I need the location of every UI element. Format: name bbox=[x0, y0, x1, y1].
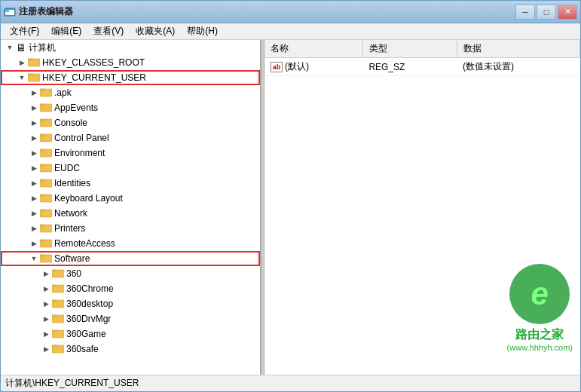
maximize-button[interactable]: □ bbox=[537, 5, 556, 20]
watermark-site-name: 路由之家 bbox=[507, 327, 573, 343]
svg-rect-10 bbox=[40, 104, 44, 106]
tree-item-hkcu[interactable]: ▼ HKEY_CURRENT_USER bbox=[1, 70, 260, 85]
expand-icon-appevents: ▶ bbox=[28, 100, 40, 115]
tree-item-environment[interactable]: ▶ Environment bbox=[1, 145, 260, 161]
minimize-button[interactable]: ─ bbox=[515, 5, 535, 20]
tree-label-apk: .apk bbox=[54, 87, 72, 98]
expand-icon-eudc: ▶ bbox=[28, 161, 40, 176]
folder-icon-environment bbox=[40, 147, 52, 159]
menu-file[interactable]: 文件(F) bbox=[4, 23, 45, 39]
folder-icon-console bbox=[40, 117, 52, 129]
tree-item-hkcr[interactable]: ▶ HKEY_CLASSES_ROOT bbox=[1, 55, 260, 70]
tree-label-environment: Environment bbox=[54, 148, 105, 158]
tree-item-keyboardlayout[interactable]: ▶ Keyboard Layout bbox=[1, 191, 260, 206]
tree-item-appevents[interactable]: ▶ AppEvents bbox=[1, 100, 260, 115]
tree-item-software[interactable]: ▼ Software bbox=[1, 251, 260, 266]
expand-icon-software: ▼ bbox=[28, 251, 40, 266]
folder-icon-360drvmgr bbox=[52, 313, 64, 325]
tree-item-apk[interactable]: ▶ .apk bbox=[1, 85, 260, 100]
folder-icon-printers bbox=[40, 222, 52, 234]
menu-view[interactable]: 查看(V) bbox=[87, 23, 130, 39]
table-row[interactable]: ab (默认) REG_SZ (数值未设置) bbox=[265, 58, 580, 76]
menu-edit[interactable]: 编辑(E) bbox=[45, 23, 87, 39]
folder-icon-eudc bbox=[40, 162, 52, 174]
tree-item-eudc[interactable]: ▶ EUDC bbox=[1, 161, 260, 176]
tree-pane[interactable]: ▼ 🖥 计算机 ▶ HKEY_CLASSES_ROOT ▼ HKEY_CURRE… bbox=[1, 40, 261, 375]
expand-icon-console: ▶ bbox=[28, 115, 40, 130]
column-type: 类型 bbox=[362, 40, 457, 58]
svg-rect-12 bbox=[40, 119, 44, 121]
folder-icon-appevents bbox=[40, 102, 52, 114]
status-bar: 计算机\HKEY_CURRENT_USER bbox=[1, 375, 580, 391]
window-controls: ─ □ ✕ bbox=[515, 5, 577, 20]
svg-rect-16 bbox=[40, 149, 44, 151]
svg-rect-38 bbox=[52, 315, 57, 317]
svg-rect-8 bbox=[40, 89, 44, 90]
tree-label-identities: Identities bbox=[54, 178, 90, 188]
tree-label-hkcu: HKEY_CURRENT_USER bbox=[42, 72, 146, 83]
expand-icon-root: ▼ bbox=[4, 40, 16, 55]
folder-icon-360 bbox=[52, 268, 64, 280]
expand-icon-hkcr: ▶ bbox=[16, 55, 28, 70]
window-title: 注册表编辑器 bbox=[19, 5, 515, 18]
tree-item-remoteaccess[interactable]: ▶ RemoteAccess bbox=[1, 236, 260, 251]
tree-label-console: Console bbox=[54, 118, 87, 128]
tree-item-360chrome[interactable]: ▶ 360Chrome bbox=[1, 281, 260, 296]
folder-icon-hkcu bbox=[28, 72, 40, 84]
svg-rect-32 bbox=[52, 270, 57, 271]
tree-item-360[interactable]: ▶ 360 bbox=[1, 266, 260, 281]
tree-item-360safe[interactable]: ▶ 360safe bbox=[1, 341, 260, 357]
column-data: 数据 bbox=[457, 40, 580, 58]
entry-name: (默认) bbox=[285, 60, 309, 73]
folder-icon-remoteaccess bbox=[40, 237, 52, 250]
tree-label-360chrome: 360Chrome bbox=[66, 283, 114, 294]
data-pane[interactable]: 名称 类型 数据 ab (默认) REG_SZ bbox=[265, 40, 580, 375]
tree-item-360drvmgr[interactable]: ▶ 360DrvMgr bbox=[1, 311, 260, 326]
folder-icon-360chrome bbox=[52, 283, 64, 295]
expand-icon-360desktop: ▶ bbox=[40, 296, 52, 311]
tree-label-printers: Printers bbox=[54, 223, 85, 234]
tree-label-appevents: AppEvents bbox=[54, 103, 98, 113]
watermark-url: (www.hhhyh.com) bbox=[507, 343, 573, 352]
menu-favorites[interactable]: 收藏夹(A) bbox=[130, 23, 181, 39]
svg-rect-36 bbox=[52, 300, 57, 302]
folder-icon-software bbox=[40, 253, 52, 265]
watermark-e-letter: e bbox=[531, 276, 549, 312]
expand-icon-360chrome: ▶ bbox=[40, 281, 52, 296]
folder-icon-keyboardlayout bbox=[40, 192, 52, 204]
tree-item-network[interactable]: ▶ Network bbox=[1, 206, 260, 221]
column-name: 名称 bbox=[265, 40, 362, 58]
expand-icon-keyboardlayout: ▶ bbox=[28, 191, 40, 206]
expand-icon-remoteaccess: ▶ bbox=[28, 236, 40, 251]
cell-name: ab (默认) bbox=[265, 58, 362, 76]
tree-label-hkcr: HKEY_CLASSES_ROOT bbox=[42, 57, 145, 68]
expand-icon-apk: ▶ bbox=[28, 85, 40, 100]
main-content: ▼ 🖥 计算机 ▶ HKEY_CLASSES_ROOT ▼ HKEY_CURRE… bbox=[1, 40, 580, 375]
close-button[interactable]: ✕ bbox=[558, 5, 577, 20]
status-text: 计算机\HKEY_CURRENT_USER bbox=[5, 377, 576, 390]
menu-help[interactable]: 帮助(H) bbox=[181, 23, 224, 39]
watermark-circle: e bbox=[509, 264, 570, 324]
svg-rect-24 bbox=[40, 210, 44, 211]
tree-item-printers[interactable]: ▶ Printers bbox=[1, 221, 260, 236]
tree-item-360game[interactable]: ▶ 360Game bbox=[1, 326, 260, 341]
registry-table: 名称 类型 数据 ab (默认) REG_SZ bbox=[265, 40, 580, 76]
menu-bar: 文件(F) 编辑(E) 查看(V) 收藏夹(A) 帮助(H) bbox=[1, 23, 580, 40]
svg-rect-6 bbox=[28, 74, 32, 75]
svg-rect-28 bbox=[40, 240, 44, 241]
tree-item-console[interactable]: ▶ Console bbox=[1, 115, 260, 130]
tree-label-software: Software bbox=[54, 253, 90, 264]
svg-rect-2 bbox=[5, 10, 9, 12]
folder-icon-controlpanel bbox=[40, 132, 52, 144]
computer-icon: 🖥 bbox=[16, 41, 26, 54]
expand-icon-360drvmgr: ▶ bbox=[40, 311, 52, 326]
tree-root-label: 计算机 bbox=[29, 41, 56, 54]
tree-item-identities[interactable]: ▶ Identities bbox=[1, 176, 260, 191]
watermark: e 路由之家 (www.hhhyh.com) bbox=[507, 264, 573, 352]
tree-item-360desktop[interactable]: ▶ 360desktop bbox=[1, 296, 260, 311]
folder-icon-360game bbox=[52, 328, 64, 340]
expand-icon-hkcu: ▼ bbox=[16, 70, 28, 85]
tree-root[interactable]: ▼ 🖥 计算机 bbox=[1, 40, 260, 55]
folder-icon-identities bbox=[40, 177, 52, 189]
tree-item-controlpanel[interactable]: ▶ Control Panel bbox=[1, 130, 260, 145]
